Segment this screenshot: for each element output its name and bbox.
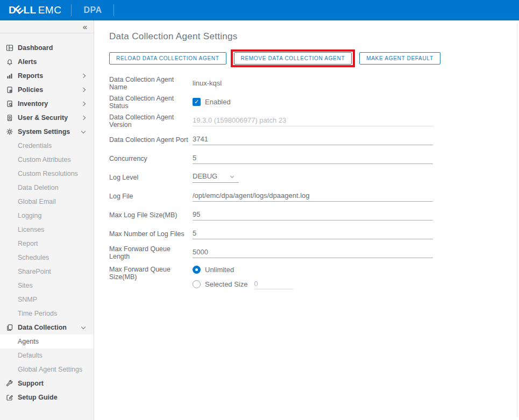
- action-button-row: RELOAD DATA COLLECTION AGENT REMOVE DATA…: [109, 49, 503, 67]
- form-row-max-forward-queue-length: Max Forward Queue Length: [109, 243, 503, 262]
- sidebar-item-global-email[interactable]: Global Email: [0, 195, 94, 209]
- agent-version-input: [193, 115, 433, 126]
- chevron-down-icon: [81, 325, 86, 329]
- sidebar-item-system-settings[interactable]: System Settings: [0, 125, 94, 139]
- chevron-right-icon: [81, 74, 86, 78]
- form-row-agent-port: Data Collection Agent Port: [109, 130, 503, 149]
- sidebar-item-time-periods[interactable]: Time Periods: [0, 307, 94, 321]
- selected-size-radio[interactable]: [193, 280, 201, 288]
- log-level-label: Log Level: [109, 174, 193, 181]
- agent-name-value: linux-kqsl: [193, 79, 222, 87]
- main-content: Data Collection Agent Settings RELOAD DA…: [94, 20, 519, 420]
- sidebar-item-support[interactable]: Support: [0, 376, 94, 390]
- sidebar-item-snmp[interactable]: SNMP: [0, 293, 94, 307]
- content-right-border: [517, 24, 517, 417]
- page-title: Data Collection Agent Settings: [109, 31, 503, 42]
- sidebar-collapse-row: «: [0, 20, 94, 33]
- sidebar-item-policies[interactable]: Policies: [0, 83, 94, 97]
- sidebar-item-data-collection[interactable]: Data Collection: [0, 321, 94, 334]
- chevron-right-icon: [81, 88, 86, 92]
- form-row-concurrency: Concurrency: [109, 149, 503, 168]
- max-log-files-label: Max Number of Log Files: [109, 230, 193, 238]
- sidebar-item-agents[interactable]: Agents: [0, 334, 94, 348]
- sidebar-item-defaults[interactable]: Defaults: [0, 348, 94, 362]
- max-log-file-size-label: Max Log File Size(MB): [109, 211, 193, 219]
- log-file-label: Log File: [109, 193, 193, 200]
- log-level-select[interactable]: DEBUG: [193, 172, 239, 183]
- sidebar-nav: Dashboard Alerts Reports Policies: [0, 33, 94, 404]
- form-row-max-log-file-size: Max Log File Size(MB): [109, 205, 503, 224]
- chevron-right-icon: [81, 116, 86, 120]
- sidebar-item-sites[interactable]: Sites: [0, 279, 94, 293]
- sidebar-item-credentials[interactable]: Credentials: [0, 139, 94, 153]
- sidebar-item-report[interactable]: Report: [0, 237, 94, 251]
- dashboard-icon: [5, 44, 13, 52]
- dell-emc-logo: DELL EMC: [0, 4, 71, 16]
- chevron-down-icon: [230, 174, 234, 177]
- top-header: DELL EMC DPA: [0, 0, 519, 20]
- unlimited-radio-label: Unlimited: [205, 266, 234, 274]
- gear-icon: [5, 128, 13, 136]
- concurrency-input[interactable]: [193, 153, 433, 164]
- form-row-agent-version: Data Collection Agent Version: [109, 111, 503, 130]
- sidebar-item-user-security[interactable]: User & Security: [0, 111, 94, 125]
- agent-version-label: Data Collection Agent Version: [109, 113, 193, 129]
- document-search-icon: [5, 100, 13, 108]
- selected-size-radio-label: Selected Size: [205, 280, 248, 288]
- sidebar-item-schedules[interactable]: Schedules: [0, 251, 94, 265]
- dpa-application: DELL EMC DPA « Dashboard Alerts: [0, 0, 519, 420]
- sidebar-item-alerts[interactable]: Alerts: [0, 55, 94, 69]
- unlimited-radio[interactable]: [193, 266, 201, 274]
- bar-chart-icon: [5, 72, 13, 80]
- radio-option-selected-size[interactable]: Selected Size: [193, 279, 293, 289]
- app-name: DPA: [72, 5, 113, 15]
- form-row-agent-name: Data Collection Agent Name linux-kqsl: [109, 74, 503, 92]
- bell-icon: [5, 58, 13, 66]
- agent-port-input[interactable]: [193, 134, 433, 145]
- sidebar-item-setup-guide[interactable]: Setup Guide: [0, 390, 94, 404]
- emc-wordmark: EMC: [38, 4, 62, 16]
- sidebar-item-logging[interactable]: Logging: [0, 209, 94, 223]
- max-forward-queue-size-label: Max Forward Queue Size(MB): [109, 266, 193, 281]
- wrench-icon: [5, 380, 13, 388]
- policy-document-icon: [5, 86, 13, 94]
- header-divider-2: [113, 4, 114, 16]
- sidebar-item-inventory[interactable]: Inventory: [0, 97, 94, 111]
- sidebar-item-global-agent-settings[interactable]: Global Agent Settings: [0, 362, 94, 376]
- max-log-file-size-input[interactable]: [193, 209, 433, 220]
- make-agent-default-button[interactable]: MAKE AGENT DEFAULT: [359, 52, 440, 65]
- dell-wordmark: DELL: [9, 4, 37, 16]
- max-forward-queue-length-input[interactable]: [193, 247, 433, 258]
- chevron-right-icon: [81, 102, 86, 106]
- sidebar-item-custom-attributes[interactable]: Custom Attributes: [0, 153, 94, 167]
- remove-agent-button[interactable]: REMOVE DATA COLLECTION AGENT: [234, 52, 352, 65]
- form-row-max-forward-queue-size: Max Forward Queue Size(MB) Unlimited Sel…: [109, 262, 503, 289]
- edit-icon: [5, 394, 13, 402]
- radio-option-unlimited[interactable]: Unlimited: [193, 266, 293, 274]
- red-highlight-annotation: REMOVE DATA COLLECTION AGENT: [231, 49, 356, 67]
- sidebar-item-custom-resolutions[interactable]: Custom Resolutions: [0, 167, 94, 181]
- log-file-input[interactable]: [193, 190, 433, 202]
- agent-port-label: Data Collection Agent Port: [109, 136, 193, 144]
- chevron-down-icon: [81, 129, 86, 133]
- sidebar-item-licenses[interactable]: Licenses: [0, 223, 94, 237]
- form-row-agent-status: Data Collection Agent Status ✓ Enabled: [109, 92, 503, 111]
- concurrency-label: Concurrency: [109, 155, 193, 162]
- pages-icon: [5, 324, 13, 332]
- sidebar-item-reports[interactable]: Reports: [0, 69, 94, 83]
- reload-agent-button[interactable]: RELOAD DATA COLLECTION AGENT: [109, 52, 226, 65]
- max-log-files-input[interactable]: [193, 228, 433, 239]
- agent-name-label: Data Collection Agent Name: [109, 76, 193, 91]
- agent-status-label: Data Collection Agent Status: [109, 95, 193, 110]
- enabled-checkbox[interactable]: ✓: [193, 98, 201, 106]
- sidebar: « Dashboard Alerts Reports: [0, 20, 94, 420]
- sidebar-item-sharepoint[interactable]: SharePoint: [0, 265, 94, 279]
- form-row-max-log-files: Max Number of Log Files: [109, 224, 503, 243]
- selected-size-input: [254, 279, 293, 289]
- sidebar-item-data-deletion[interactable]: Data Deletion: [0, 181, 94, 195]
- user-badge-icon: [5, 114, 13, 122]
- collapse-sidebar-icon[interactable]: «: [83, 23, 87, 31]
- agent-settings-form: Data Collection Agent Name linux-kqsl Da…: [109, 74, 503, 289]
- sidebar-item-dashboard[interactable]: Dashboard: [0, 41, 94, 55]
- form-row-log-level: Log Level DEBUG: [109, 168, 503, 187]
